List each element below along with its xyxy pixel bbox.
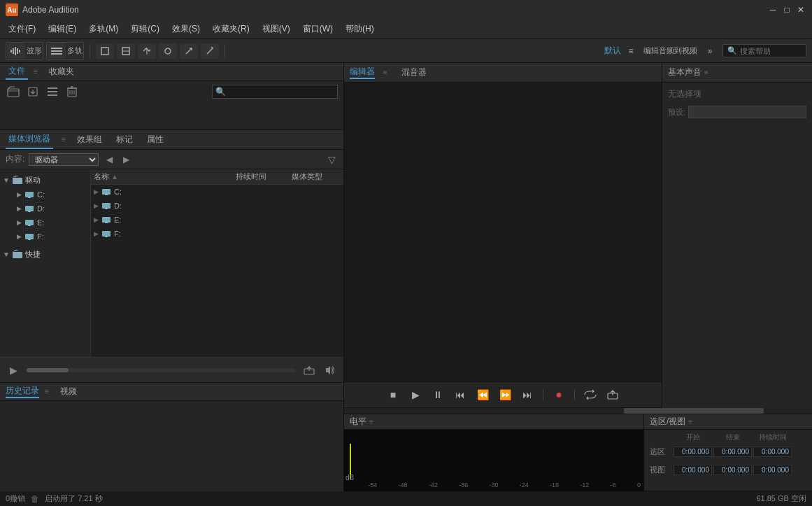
content-label: 内容: xyxy=(6,153,24,165)
tab-markers[interactable]: 标记 xyxy=(113,131,136,148)
col-duration: 持续时间 xyxy=(236,171,292,182)
menu-clip[interactable]: 剪辑(C) xyxy=(125,22,165,36)
pause-btn[interactable]: ⏸ xyxy=(429,386,446,403)
tab-effects-group[interactable]: 效果组 xyxy=(74,131,105,148)
multitrack-label: 多轨 xyxy=(67,45,83,56)
toolbar-tool-3[interactable] xyxy=(138,43,156,59)
undo-btn[interactable]: 0撤销 xyxy=(6,493,25,504)
list-item[interactable]: ▶ E: xyxy=(91,213,343,227)
media-browser-menu-icon[interactable]: ≡ xyxy=(62,136,66,143)
svg-rect-24 xyxy=(13,178,22,184)
toolbar-tool-1[interactable] xyxy=(96,43,114,59)
export-audio-btn[interactable] xyxy=(604,386,621,403)
rewind-btn[interactable]: ⏪ xyxy=(474,386,491,403)
preset-menu-btn[interactable]: ≡ xyxy=(624,44,638,58)
maximize-button[interactable]: □ xyxy=(781,4,792,15)
waveform-label: 波形 xyxy=(27,45,42,56)
content-select[interactable]: 驱动器 xyxy=(29,153,99,166)
tab-properties[interactable]: 属性 xyxy=(144,131,166,148)
minimize-button[interactable]: ─ xyxy=(767,4,778,15)
tab-media-browser[interactable]: 媒体浏览器 xyxy=(6,130,53,149)
menu-window[interactable]: 窗口(W) xyxy=(297,22,339,36)
tree-e-label: E: xyxy=(37,218,44,227)
menu-effects[interactable]: 效果(S) xyxy=(166,22,206,36)
level-menu-icon[interactable]: ≡ xyxy=(369,418,373,426)
left-panel: 文件 ≡ 收藏夹 xyxy=(0,63,344,491)
bottom-panels: 电平 ≡ dB -54 -48 -42 -36 -30 -24 -18 xyxy=(344,414,812,491)
tab-video[interactable]: 视频 xyxy=(60,386,77,398)
tree-item-c[interactable]: ▶ C: xyxy=(0,188,90,202)
tree-item-e[interactable]: ▶ E: xyxy=(0,216,90,230)
record-btn[interactable]: ● xyxy=(550,386,567,403)
close-button[interactable]: ✕ xyxy=(795,4,806,15)
multitrack-view-btn[interactable] xyxy=(48,43,66,59)
loop-btn[interactable] xyxy=(582,386,599,403)
toolbar-tool-5[interactable] xyxy=(180,43,198,59)
new-folder-btn[interactable] xyxy=(6,84,21,99)
tab-mixer[interactable]: 混音器 xyxy=(401,66,427,78)
list-item[interactable]: ▶ C: xyxy=(91,185,343,199)
list-item[interactable]: ▶ F: xyxy=(91,227,343,241)
menu-file[interactable]: 文件(F) xyxy=(3,22,41,36)
file-search-input[interactable] xyxy=(226,87,331,96)
title-text: Adobe Audition xyxy=(22,5,79,15)
toolbar-tool-4[interactable] xyxy=(159,43,177,59)
media-export-btn[interactable] xyxy=(301,363,317,378)
more-options-btn[interactable]: » xyxy=(703,44,717,58)
properties-menu-icon[interactable]: ≡ xyxy=(704,69,708,76)
stop-btn[interactable]: ■ xyxy=(385,386,401,403)
svg-rect-0 xyxy=(10,50,12,52)
media-content-bar: 内容: 驱动器 ◀ ▶ ▽ xyxy=(0,150,343,169)
filter-btn[interactable]: ▽ xyxy=(325,153,338,166)
db-label: dB xyxy=(346,474,354,482)
title-bar: Au Adobe Audition ─ □ ✕ xyxy=(0,0,812,20)
history-menu-icon[interactable]: ≡ xyxy=(45,388,49,395)
preset-label: 默认 xyxy=(604,45,621,57)
nav-prev-btn[interactable]: ◀ xyxy=(103,153,115,166)
trash-icon[interactable]: 🗑 xyxy=(31,494,39,504)
fast-forward-btn[interactable]: ⏩ xyxy=(497,386,513,403)
toolbar-tool-2[interactable] xyxy=(117,43,135,59)
nav-next-btn[interactable]: ▶ xyxy=(120,153,132,166)
play-btn[interactable]: ▶ xyxy=(407,386,424,403)
tab-history[interactable]: 历史记录 xyxy=(6,385,39,398)
media-volume-btn[interactable] xyxy=(322,363,338,378)
import-btn[interactable] xyxy=(25,84,41,99)
media-play-btn[interactable]: ▶ xyxy=(6,363,21,378)
selection-menu-icon[interactable]: ≡ xyxy=(688,418,692,426)
menu-view[interactable]: 视图(V) xyxy=(257,22,296,36)
tree-item-f[interactable]: ▶ F: xyxy=(0,230,90,244)
waveform-view-btn[interactable] xyxy=(7,43,25,59)
menu-multitrack[interactable]: 多轨(M) xyxy=(83,22,124,36)
media-scrollbar[interactable] xyxy=(27,368,296,372)
svg-rect-31 xyxy=(25,234,34,239)
more-file-btn[interactable] xyxy=(45,84,60,99)
editor-properties-split: 编辑器 ≡ 混音器 ■ ▶ ⏸ ⏮ ⏪ ⏩ ⏭ ● xyxy=(344,63,812,408)
chevron-icon: ▶ xyxy=(17,191,22,198)
history-body xyxy=(0,401,343,491)
skip-start-btn[interactable]: ⏮ xyxy=(452,386,469,403)
tree-item-d[interactable]: ▶ D: xyxy=(0,202,90,216)
editor-menu-icon[interactable]: ≡ xyxy=(383,69,387,76)
tab-file[interactable]: 文件 xyxy=(6,64,28,80)
svg-rect-36 xyxy=(102,203,111,209)
menu-favorites[interactable]: 收藏夹(R) xyxy=(207,22,255,36)
sel-row-selection: 选区 0:00.000 0:00.000 0:00.000 xyxy=(650,444,806,459)
list-item[interactable]: ▶ D: xyxy=(91,199,343,213)
svg-point-37 xyxy=(105,208,108,209)
help-search-input[interactable] xyxy=(740,47,803,55)
level-title: 电平 xyxy=(350,416,366,428)
tab-editor[interactable]: 编辑器 xyxy=(350,66,375,79)
menu-help[interactable]: 帮助(H) xyxy=(340,22,380,36)
svg-rect-25 xyxy=(25,192,34,197)
list-drive-icon-d xyxy=(101,202,111,210)
tab-favorites[interactable]: 收藏夹 xyxy=(46,64,77,79)
h-scrollbar[interactable] xyxy=(344,408,812,414)
delete-file-btn[interactable] xyxy=(64,84,80,99)
toolbar-tool-6[interactable] xyxy=(201,43,219,59)
skip-end-btn[interactable]: ⏭ xyxy=(519,386,536,403)
menu-edit[interactable]: 编辑(E) xyxy=(43,22,82,36)
level-header: 电平 ≡ xyxy=(344,414,643,430)
preset-input[interactable] xyxy=(688,106,806,118)
file-tab-menu-icon[interactable]: ≡ xyxy=(34,68,38,76)
